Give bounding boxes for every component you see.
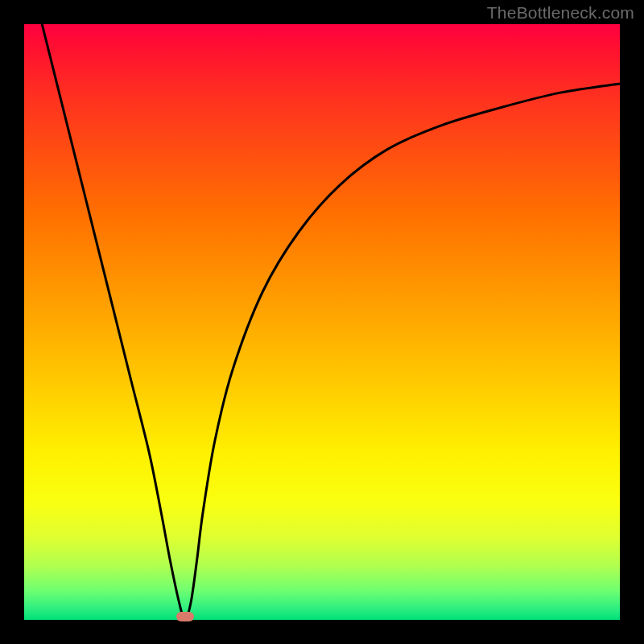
chart-frame: TheBottleneck.com — [0, 0, 644, 644]
watermark-text: TheBottleneck.com — [487, 3, 634, 23]
curve-line — [42, 24, 620, 620]
min-marker — [176, 612, 194, 621]
plot-area — [24, 24, 620, 620]
curve-plot — [24, 24, 620, 620]
